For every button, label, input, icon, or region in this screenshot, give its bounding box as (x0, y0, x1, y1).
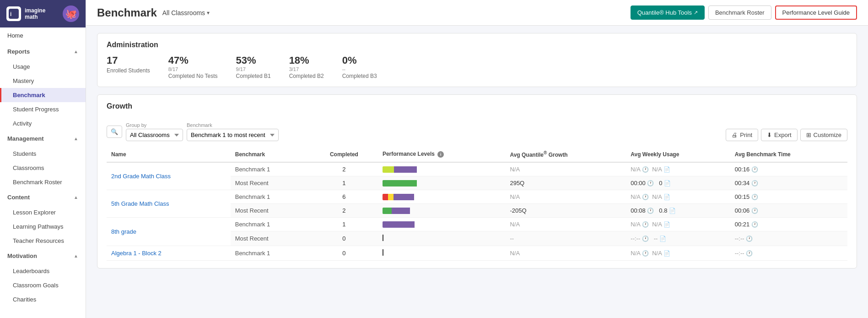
export-button[interactable]: ⬇ Export (761, 129, 798, 141)
performance-level-guide-button[interactable]: Performance Level Guide (775, 5, 857, 20)
benchmark-roster-button[interactable]: Benchmark Roster (708, 5, 771, 20)
usage-cell: 00:00 🕐 0 📄 (626, 176, 730, 190)
growth-cell: N/A (505, 246, 626, 261)
classroom-selector-label: All Classrooms (162, 9, 205, 16)
benchmark-select[interactable]: Benchmark 1 to most recent (187, 129, 279, 141)
b2-value: 18% (289, 55, 324, 66)
growth-cell: 295Q (505, 176, 626, 190)
sidebar-item-students[interactable]: Students (0, 147, 86, 161)
completed-cell: 2 (310, 204, 378, 218)
benchmark-cell: Benchmark 1 (231, 246, 310, 261)
sidebar-item-mastery[interactable]: Mastery (0, 74, 86, 88)
sidebar-item-usage[interactable]: Usage (0, 60, 86, 74)
info-icon[interactable]: i (437, 151, 444, 158)
stat-b1: 53% 9/17 Completed B1 (236, 55, 271, 79)
export-icon: ⬇ (767, 132, 772, 138)
sidebar-item-learning-pathways[interactable]: Learning Pathways (0, 219, 86, 234)
table-row: Algebra 1 - Block 2 Benchmark 1 0 N/A N/… (107, 246, 847, 261)
sidebar-item-teacher-resources[interactable]: Teacher Resources (0, 234, 86, 248)
growth-table: Name Benchmark Completed Performance Lev… (107, 147, 847, 261)
time-cell: --:-- 🕐 (730, 231, 847, 246)
completed-cell: 0 (310, 231, 378, 246)
col-usage: Avg Weekly Usage (626, 147, 730, 162)
classroom-link[interactable]: 2nd Grade Math Class (111, 173, 171, 180)
sidebar-item-charities[interactable]: Charities (0, 292, 86, 307)
sidebar-section-motivation[interactable]: Motivation ▲ (0, 248, 86, 264)
no-tests-label: Completed No Tests (168, 73, 218, 79)
perf-cell (378, 176, 506, 190)
usage-cell: N/A 🕐 N/A 📄 (626, 218, 730, 231)
sidebar-item-classrooms[interactable]: Classrooms (0, 161, 86, 175)
classroom-link[interactable]: Algebra 1 - Block 2 (111, 250, 162, 257)
benchmark-cell: Most Recent (231, 204, 310, 218)
sidebar: i imaginemath 🐙 Home Reports ▲ Usage Mas… (0, 0, 86, 318)
sidebar-item-classroom-goals[interactable]: Classroom Goals (0, 278, 86, 292)
growth-cell: N/A (505, 218, 626, 231)
sidebar-item-student-progress[interactable]: Student Progress (0, 102, 86, 116)
time-cell: 00:15 🕐 (730, 190, 847, 204)
growth-card: Growth 🔍 Group by All Classrooms Benchma… (97, 94, 857, 269)
growth-table-wrap: Name Benchmark Completed Performance Lev… (107, 147, 847, 261)
col-completed: Completed (310, 147, 378, 162)
sidebar-section-management[interactable]: Management ▲ (0, 131, 86, 147)
b2-label: Completed B2 (289, 73, 324, 79)
completed-cell: 2 (310, 162, 378, 176)
sidebar-section-content[interactable]: Content ▲ (0, 189, 86, 205)
growth-header: Growth (107, 102, 847, 116)
usage-cell: N/A 🕐 N/A 📄 (626, 162, 730, 176)
group-by-select[interactable]: All Classrooms (126, 129, 183, 141)
growth-section-title: Growth (107, 102, 132, 110)
classroom-link[interactable]: 5th Grade Math Class (111, 200, 169, 207)
completed-cell: 0 (310, 246, 378, 261)
quantile-hub-button[interactable]: Quantile® Hub Tools ↗ (631, 5, 705, 20)
classroom-name: 8th grade (107, 218, 231, 246)
chevron-icon: ▲ (74, 49, 78, 54)
time-cell: 00:06 🕐 (730, 204, 847, 218)
usage-cell: 00:08 🕐 0.8 📄 (626, 204, 730, 218)
dropdown-arrow-icon: ▾ (207, 10, 210, 16)
sidebar-item-benchmark[interactable]: Benchmark (0, 88, 86, 102)
filter-benchmark: Benchmark Benchmark 1 to most recent (187, 122, 279, 141)
completed-cell: 6 (310, 190, 378, 204)
classroom-link[interactable]: 8th grade (111, 228, 136, 235)
sidebar-item-activity[interactable]: Activity (0, 116, 86, 131)
growth-cell: -205Q (505, 204, 626, 218)
administration-card: Administration 17 Enrolled Students 47% … (97, 33, 857, 87)
chevron-icon: ▲ (74, 136, 78, 141)
topbar: Benchmark All Classrooms ▾ Quantile® Hub… (86, 0, 868, 26)
table-row: 8th grade Benchmark 1 1 N/A N/A 🕐 N/A 📄 … (107, 218, 847, 231)
sidebar-section-reports[interactable]: Reports ▲ (0, 44, 86, 60)
b3-sublabel: -- (342, 66, 377, 72)
benchmark-cell: Most Recent (231, 176, 310, 190)
stat-b2: 18% 3/17 Completed B2 (289, 55, 324, 79)
print-button[interactable]: 🖨 Print (726, 129, 758, 141)
perf-cell (378, 162, 506, 176)
sidebar-item-benchmark-roster[interactable]: Benchmark Roster (0, 175, 86, 189)
no-tests-sublabel: 8/17 (168, 66, 218, 72)
classroom-name: Algebra 1 - Block 2 (107, 246, 231, 261)
growth-cell: N/A (505, 162, 626, 176)
content-area: Administration 17 Enrolled Students 47% … (86, 26, 868, 318)
enrolled-value: 17 (107, 55, 150, 66)
search-box[interactable]: 🔍 (107, 126, 122, 138)
chevron-icon: ▲ (74, 253, 78, 258)
sidebar-item-lesson-explorer[interactable]: Lesson Explorer (0, 205, 86, 219)
classroom-selector[interactable]: All Classrooms ▾ (162, 9, 210, 16)
sidebar-item-leaderboards[interactable]: Leaderboards (0, 264, 86, 278)
filter-row: 🔍 Group by All Classrooms Benchmark Benc… (107, 122, 279, 141)
time-cell: --:-- 🕐 (730, 246, 847, 261)
benchmark-cell: Benchmark 1 (231, 190, 310, 204)
sidebar-item-home[interactable]: Home (0, 27, 86, 44)
b2-sublabel: 3/17 (289, 66, 324, 72)
classroom-name: 2nd Grade Math Class (107, 162, 231, 190)
perf-cell (378, 204, 506, 218)
stat-b3: 0% -- Completed B3 (342, 55, 377, 79)
b3-label: Completed B3 (342, 73, 377, 79)
external-link-icon: ↗ (694, 10, 698, 16)
benchmark-cell: Benchmark 1 (231, 218, 310, 231)
customize-button[interactable]: ⊞ Customize (800, 129, 847, 141)
chevron-icon: ▲ (74, 195, 78, 200)
benchmark-cell: Most Recent (231, 231, 310, 246)
benchmark-cell: Benchmark 1 (231, 162, 310, 176)
classroom-name: 5th Grade Math Class (107, 190, 231, 218)
